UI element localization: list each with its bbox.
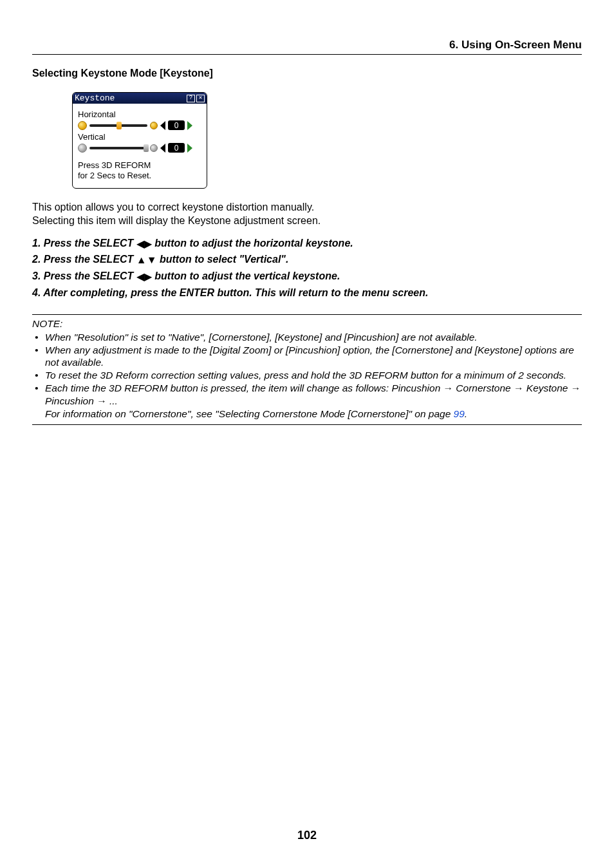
step-2: 2. Press the SELECT ▲▼ button to select … — [32, 252, 582, 269]
left-arrow-icon — [78, 144, 87, 153]
steps-list: 1. Press the SELECT ◀▶ button to adjust … — [32, 236, 582, 301]
horizontal-slider — [89, 124, 147, 127]
step-1: 1. Press the SELECT ◀▶ button to adjust … — [32, 236, 582, 252]
keystone-dialog: Keystone ? ✕ Horizontal 0 Vertical — [72, 92, 207, 189]
vertical-label: Vertical — [78, 132, 201, 142]
value-right-cap — [187, 144, 192, 153]
intro-paragraph: This option allows you to correct keysto… — [32, 200, 582, 228]
note-item: When any adjustment is made to the [Digi… — [44, 344, 582, 370]
section-title: Selecting Keystone Mode [Keystone] — [32, 68, 582, 79]
close-icon: ✕ — [196, 95, 205, 102]
up-down-arrows-icon: ▲▼ — [136, 252, 157, 269]
horizontal-value: 0 — [168, 120, 185, 130]
help-icon: ? — [187, 95, 195, 102]
dialog-hint: Press 3D REFORM for 2 Secs to Reset. — [78, 160, 201, 182]
left-right-arrows-icon: ◀▶ — [136, 269, 152, 285]
value-left-cap — [160, 121, 165, 130]
vertical-slider-row: 0 — [78, 143, 201, 153]
note-item: Each time the 3D REFORM button is presse… — [44, 382, 582, 420]
horizontal-slider-row: 0 — [78, 120, 201, 130]
left-arrow-icon — [78, 121, 87, 130]
page-number: 102 — [0, 829, 614, 842]
note-heading: NOTE: — [32, 317, 582, 330]
chapter-header: 6. Using On-Screen Menu — [32, 39, 582, 55]
right-arrow-icon — [150, 144, 158, 152]
note-item: To reset the 3D Reform correction settin… — [44, 369, 582, 382]
value-right-cap — [187, 121, 192, 130]
vertical-slider — [89, 147, 147, 149]
note-block: NOTE: When "Resolution" is set to "Nativ… — [32, 314, 582, 425]
step-3: 3. Press the SELECT ◀▶ button to adjust … — [32, 269, 582, 285]
dialog-title: Keystone — [75, 93, 115, 103]
note-item: When "Resolution" is set to "Native", [C… — [44, 331, 582, 344]
page-link[interactable]: 99 — [454, 408, 465, 419]
value-left-cap — [160, 144, 165, 153]
step-4: 4. After completing, press the ENTER but… — [32, 285, 582, 301]
right-arrow-icon — [150, 122, 158, 129]
left-right-arrows-icon: ◀▶ — [136, 236, 152, 252]
horizontal-label: Horizontal — [78, 109, 201, 119]
dialog-titlebar: Keystone ? ✕ — [73, 93, 207, 104]
vertical-value: 0 — [168, 143, 185, 153]
screenshot-container: Keystone ? ✕ Horizontal 0 Vertical — [32, 92, 582, 189]
